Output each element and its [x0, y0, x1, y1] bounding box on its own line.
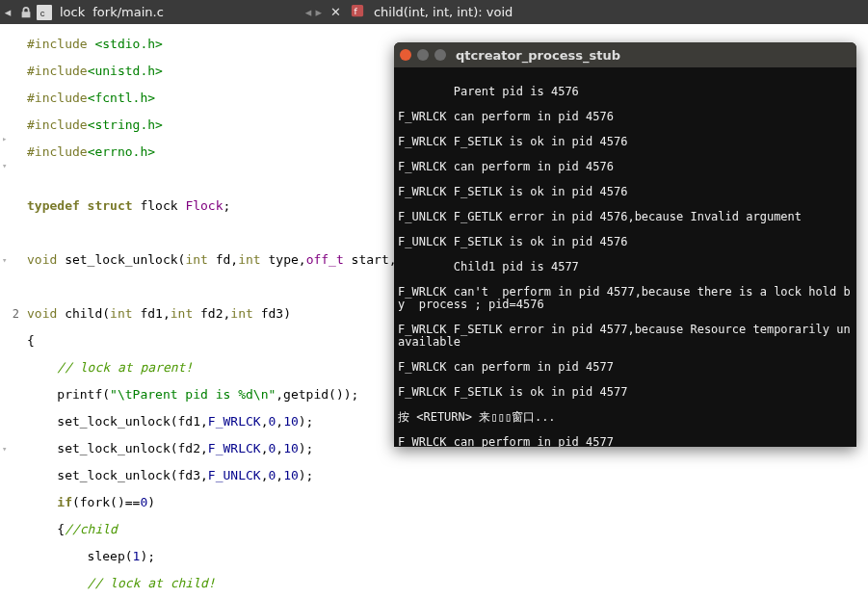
term-line: F_WRLCK can perform in pid 4576	[398, 161, 853, 173]
top-bar: ◂ c lock fork/main.c ◂ ▸ ✕ f child(int, …	[0, 0, 868, 24]
breadcrumb-function[interactable]: child(int, int, int): void	[368, 5, 518, 19]
function-icon: f	[351, 4, 364, 20]
file-path-lock: lock	[56, 5, 89, 19]
terminal-output[interactable]: Parent pid is 4576 F_WRLCK can perform i…	[394, 67, 856, 447]
term-line: F_WRLCK F_SETLK is ok in pid 4576	[398, 186, 853, 198]
term-line: Child1 pid is 4577	[398, 261, 853, 273]
window-min-icon[interactable]	[417, 49, 429, 61]
terminal-titlebar[interactable]: qtcreator_process_stub	[394, 42, 856, 67]
close-tab-icon[interactable]: ✕	[325, 5, 347, 19]
lock-icon	[19, 5, 33, 20]
term-line: F_WRLCK can perform in pid 4577	[398, 361, 853, 374]
file-path-main: fork/main.c	[89, 5, 168, 19]
term-line: F_WRLCK can perform in pid 4577	[398, 436, 853, 447]
svg-text:c: c	[40, 7, 45, 17]
term-line: F_WRLCK can perform in pid 4576	[398, 111, 853, 123]
term-line: F_UNLCK F_SETLK is ok in pid 4576	[398, 236, 853, 248]
term-line: F_UNLCK F_GETLK error in pid 4576,becaus…	[398, 211, 853, 223]
term-line: 按 <RETURN> 来▯▯▯窗口...	[398, 411, 853, 424]
term-line: F_WRLCK F_SETLK is ok in pid 4577	[398, 386, 853, 399]
term-line: F_WRLCK can't perform in pid 4577,becaus…	[398, 286, 853, 311]
window-close-icon[interactable]	[400, 49, 411, 61]
terminal-title: qtcreator_process_stub	[456, 48, 620, 63]
window-max-icon[interactable]	[434, 49, 446, 61]
nav-back-icon[interactable]: ◂	[0, 5, 15, 19]
dropdown-icon[interactable]: ◂ ▸	[302, 5, 325, 19]
c-file-icon: c	[37, 5, 52, 20]
line-gutter: 2	[0, 24, 25, 598]
term-line: F_WRLCK F_SETLK error in pid 4577,becaus…	[398, 324, 853, 349]
term-line: F_WRLCK F_SETLK is ok in pid 4576	[398, 136, 853, 148]
terminal-window[interactable]: qtcreator_process_stub Parent pid is 457…	[394, 42, 856, 447]
term-line: Parent pid is 4576	[398, 86, 853, 98]
